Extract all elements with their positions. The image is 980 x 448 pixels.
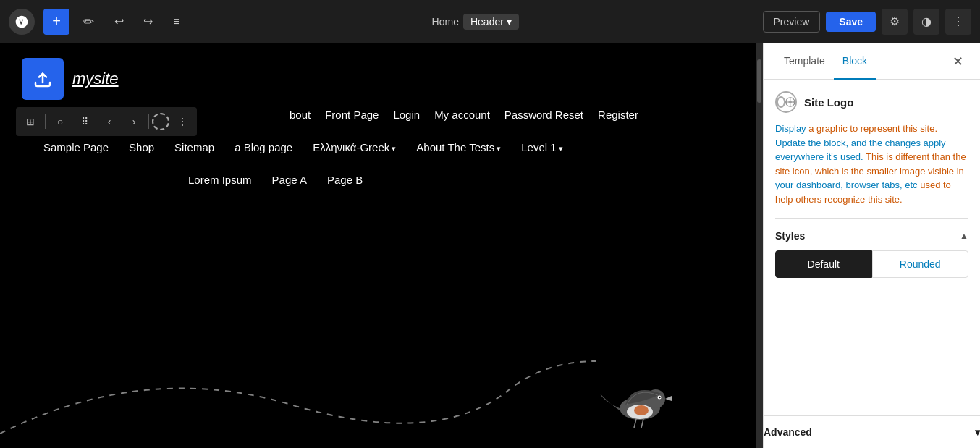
bird-svg: [596, 368, 683, 434]
style-default-button[interactable]: Default: [775, 250, 872, 278]
bird-illustration: [596, 368, 683, 434]
styles-section-header[interactable]: Styles ▲: [775, 230, 968, 242]
site-logo-title: Site Logo: [804, 96, 853, 109]
svg-point-6: [659, 397, 660, 398]
settings-button[interactable]: ⚙: [882, 9, 908, 35]
nav-item-shop[interactable]: Shop: [129, 141, 154, 153]
site-logo-icon: [775, 91, 797, 113]
more-options-button[interactable]: ⋮: [945, 9, 971, 35]
wordpress-icon: [14, 14, 29, 29]
contrast-button[interactable]: ◑: [913, 9, 939, 35]
nav-item-my-account[interactable]: My account: [434, 109, 490, 121]
advanced-chevron-icon: ▾: [975, 426, 980, 438]
undo-button[interactable]: ↩: [107, 10, 130, 33]
panel-divider: [775, 218, 968, 219]
breadcrumb-home[interactable]: Home: [432, 16, 459, 28]
nav-toolbar: ⊞ ○ ⠿ ‹ › ⋮: [16, 107, 197, 136]
upload-icon: [32, 68, 54, 90]
nav-menu-row2: Sample Page Shop Sitemap a Blog page Ελλ…: [43, 141, 563, 153]
canvas: mysite ⊞ ○ ⠿ ‹ › ⋮ bout Front Page Login…: [0, 43, 756, 448]
desc-dashboard: your dashboard, browser tabs, etc: [775, 179, 918, 190]
nav-dotted-circle-button[interactable]: [152, 113, 169, 130]
svg-marker-4: [665, 396, 672, 401]
site-logo-circle-icon: [785, 95, 795, 109]
breadcrumb-current-tag[interactable]: Header ▾: [463, 14, 519, 30]
nav-drag-button[interactable]: ⠿: [73, 110, 96, 133]
preview-button[interactable]: Preview: [763, 11, 821, 33]
breadcrumb-chevron-icon: ▾: [507, 16, 512, 28]
svg-point-2: [634, 405, 649, 415]
svg-line-8: [641, 419, 643, 428]
nav-tb-divider2: [148, 114, 149, 129]
nav-next-button[interactable]: ›: [122, 110, 145, 133]
nav-align-button[interactable]: ⊞: [19, 110, 42, 133]
panel-content: Site Logo Display a graphic to represent…: [764, 80, 980, 415]
styles-label: Styles: [775, 230, 805, 242]
breadcrumb-current-label: Header: [470, 16, 504, 28]
site-logo-header: Site Logo: [775, 91, 968, 113]
tab-block[interactable]: Block: [834, 43, 876, 80]
advanced-section-header[interactable]: Advanced ▾: [763, 415, 980, 448]
nav-prev-button[interactable]: ‹: [98, 110, 121, 133]
wp-logo: [9, 9, 35, 35]
list-view-button[interactable]: ≡: [165, 10, 188, 33]
advanced-label: Advanced: [764, 426, 812, 438]
nav-item-greek[interactable]: Ελληνικά-Greek: [313, 141, 396, 153]
svg-line-7: [634, 419, 636, 428]
panel-close-button[interactable]: ✕: [947, 51, 968, 72]
nav-menu-row1: bout Front Page Login My account Passwor…: [290, 109, 734, 121]
nav-item-level1[interactable]: Level 1: [521, 141, 562, 153]
nav-menu-row3: Lorem Ipsum Page A Page B: [188, 174, 363, 186]
site-logo-area: mysite: [22, 58, 119, 100]
nav-item-lorem-ipsum[interactable]: Lorem Ipsum: [188, 174, 252, 186]
toolbar-right: Preview Save ⚙ ◑ ⋮: [763, 9, 972, 35]
scrollbar-thumb[interactable]: [757, 59, 761, 103]
nav-item-page-b[interactable]: Page B: [327, 174, 363, 186]
site-logo-desc-text: Display a graphic to represent this site…: [775, 123, 966, 205]
nav-circle-button[interactable]: ○: [48, 110, 72, 133]
site-logo-description: Display a graphic to represent this site…: [775, 122, 968, 206]
nav-item-about-tests[interactable]: About The Tests: [416, 141, 501, 153]
desc-display: Display: [775, 123, 806, 134]
right-panel: Template Block ✕ Site Logo: [763, 43, 980, 448]
nav-item-front-page[interactable]: Front Page: [325, 109, 379, 121]
breadcrumb: Home Header ▾: [194, 14, 757, 30]
nav-item-login[interactable]: Login: [393, 109, 420, 121]
nav-item-sample-page[interactable]: Sample Page: [43, 141, 109, 153]
nav-item-password-reset[interactable]: Password Reset: [504, 109, 583, 121]
nav-item-blog-page[interactable]: a Blog page: [235, 141, 292, 153]
site-name: mysite: [72, 69, 119, 88]
nav-item-page-a[interactable]: Page A: [272, 174, 307, 186]
scrollbar[interactable]: [756, 43, 763, 448]
nav-item-sitemap[interactable]: Sitemap: [174, 141, 214, 153]
add-button[interactable]: +: [43, 9, 69, 35]
save-button[interactable]: Save: [826, 12, 876, 32]
nav-more-button[interactable]: ⋮: [171, 110, 194, 133]
panel-header: Template Block ✕: [764, 43, 980, 80]
tab-template[interactable]: Template: [775, 43, 834, 80]
style-rounded-button[interactable]: Rounded: [872, 250, 969, 278]
styles-chevron-icon: ▲: [960, 231, 968, 241]
main-area: mysite ⊞ ○ ⠿ ‹ › ⋮ bout Front Page Login…: [0, 43, 980, 448]
logo-box[interactable]: [22, 58, 64, 100]
pen-button[interactable]: ✏: [75, 9, 101, 35]
nav-item-bout[interactable]: bout: [290, 109, 311, 121]
nav-item-register[interactable]: Register: [598, 109, 638, 121]
toolbar: + ✏ ↩ ↪ ≡ Home Header ▾ Preview Save ⚙ ◑…: [0, 0, 980, 43]
nav-tb-divider: [45, 114, 46, 129]
styles-buttons: Default Rounded: [775, 250, 968, 278]
redo-button[interactable]: ↪: [136, 10, 159, 33]
